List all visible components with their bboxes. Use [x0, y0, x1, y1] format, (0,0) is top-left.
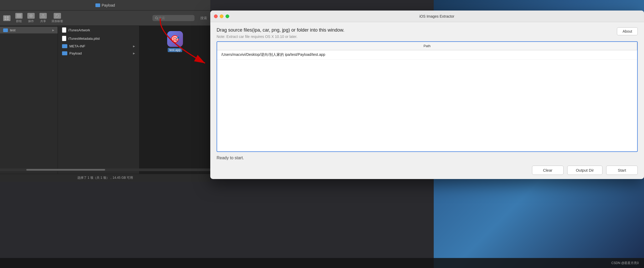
- maximize-button[interactable]: [226, 14, 229, 18]
- close-button[interactable]: [214, 14, 218, 18]
- toolbar-group-tag[interactable]: 添加标签: [52, 13, 63, 23]
- extractor-footer: Clear Output Dir Start: [210, 166, 644, 179]
- app-icon: 🎯: [167, 31, 183, 47]
- tag-icon: [54, 13, 61, 19]
- file-label: iTunesArtwork: [68, 28, 90, 32]
- svg-rect-4: [17, 14, 21, 15]
- file-item-itunes-metadata[interactable]: iTunesMetadata.plist: [58, 34, 139, 43]
- share-label: 共享: [40, 19, 46, 23]
- toolbar-group-icon[interactable]: [3, 15, 11, 21]
- svg-point-10: [56, 15, 57, 16]
- start-button[interactable]: Start: [606, 166, 638, 175]
- extractor-window: iOS Images Extractor Drag source files(i…: [210, 11, 644, 179]
- extractor-instructions: Drag source files(ipa, car, png, jpg) or…: [217, 27, 344, 39]
- extractor-titlebar: iOS Images Extractor: [210, 11, 644, 22]
- svg-rect-5: [17, 15, 21, 16]
- path-table: Path /Users/macvivi/Desktop/逆向/别人家的 ipa/…: [217, 42, 637, 59]
- finder-toolbar: 群组 操作 共享 添加标签 搜索: [0, 11, 210, 26]
- toolbar-group-action[interactable]: 操作: [27, 13, 35, 23]
- file-item-meta-inf[interactable]: META-INF ▶: [58, 43, 139, 50]
- finder-sidebar: test ▶: [0, 26, 58, 174]
- file-label: Payload: [69, 51, 82, 55]
- view-icon: [15, 13, 23, 19]
- chevron-icon: ▶: [133, 52, 135, 55]
- file-label: META-INF: [69, 44, 85, 48]
- status-text: Ready to start.: [217, 155, 638, 161]
- action-label: 操作: [28, 19, 34, 23]
- sidebar-item-label: test: [10, 28, 16, 32]
- note-text: Note: Extract car file requires OS X 10.…: [217, 34, 344, 39]
- clear-button[interactable]: Clear: [532, 166, 564, 175]
- bottom-bar: CSDN @星星月亮0: [0, 258, 644, 268]
- finder-file-list: iTunesArtwork iTunesMetadata.plist META-…: [58, 26, 139, 174]
- about-button[interactable]: About: [617, 27, 638, 35]
- minimize-button[interactable]: [220, 14, 223, 18]
- scrollbar-thumb: [26, 169, 105, 171]
- finder-status-text: 选择了 1 项（共 1 项），14.45 GB 可用: [77, 176, 133, 180]
- bottom-bar-text: CSDN @星星月亮0: [611, 261, 639, 265]
- folder-icon: [3, 28, 8, 32]
- tag-label: 添加标签: [52, 19, 63, 23]
- finder-scrollbar[interactable]: [0, 168, 210, 171]
- search-label: 搜索: [200, 16, 207, 21]
- finder-title: Payload: [95, 3, 115, 7]
- finder-content: test ▶ iTunesArtwork iTunesMetadata.plis…: [0, 26, 210, 174]
- extractor-top-row: Drag source files(ipa, car, png, jpg) or…: [217, 27, 638, 39]
- file-label: iTunesMetadata.plist: [68, 37, 100, 41]
- svg-point-11: [155, 17, 157, 19]
- output-dir-button[interactable]: Output Dir: [567, 166, 602, 175]
- file-item-itunes-artwork[interactable]: iTunesArtwork: [58, 26, 139, 34]
- path-table-container: Path /Users/macvivi/Desktop/逆向/别人家的 ipa/…: [217, 41, 638, 152]
- sidebar-item-test[interactable]: test ▶: [0, 27, 58, 33]
- traffic-lights: [214, 14, 229, 18]
- extractor-body: Drag source files(ipa, car, png, jpg) or…: [210, 22, 644, 166]
- svg-rect-3: [7, 18, 9, 20]
- svg-line-12: [157, 19, 158, 19]
- app-icon-glyph: 🎯: [170, 35, 180, 43]
- svg-rect-2: [4, 18, 6, 20]
- file-item-payload[interactable]: Payload ▶: [58, 50, 139, 57]
- path-column-header: Path: [217, 42, 637, 50]
- svg-rect-0: [4, 16, 6, 18]
- svg-rect-6: [17, 17, 21, 17]
- table-row: /Users/macvivi/Desktop/逆向/别人家的 ipa/test/…: [217, 50, 637, 59]
- chevron-icon: ▶: [52, 29, 54, 32]
- path-cell: /Users/macvivi/Desktop/逆向/别人家的 ipa/test/…: [217, 50, 637, 59]
- chevron-icon: ▶: [133, 45, 135, 48]
- share-icon: [39, 13, 47, 19]
- finder-right-pane: 🎯 test.app: [139, 26, 210, 174]
- extractor-title: iOS Images Extractor: [233, 14, 640, 18]
- app-label: test.app: [168, 48, 182, 52]
- toolbar-group-grid[interactable]: 群组: [15, 13, 23, 23]
- folder-icon: [62, 51, 67, 55]
- finder-statusbar: 选择了 1 项（共 1 项），14.45 GB 可用: [0, 174, 210, 182]
- search-box[interactable]: [152, 15, 195, 21]
- grid-icon: [3, 15, 11, 21]
- finder-window: Payload 群组 操作 共享: [0, 0, 210, 174]
- action-icon: [27, 13, 35, 19]
- svg-rect-1: [7, 16, 9, 18]
- drag-instruction: Drag source files(ipa, car, png, jpg) or…: [217, 27, 344, 33]
- folder-icon: [95, 3, 100, 7]
- search-input[interactable]: [158, 16, 192, 20]
- folder-icon: [62, 44, 67, 48]
- finder-titlebar: Payload: [0, 0, 210, 11]
- toolbar-group-share[interactable]: 共享: [39, 13, 47, 23]
- app-item: 🎯 test.app: [167, 31, 183, 52]
- group-label: 群组: [16, 19, 22, 23]
- doc-icon: [62, 36, 66, 41]
- doc-icon: [62, 27, 66, 33]
